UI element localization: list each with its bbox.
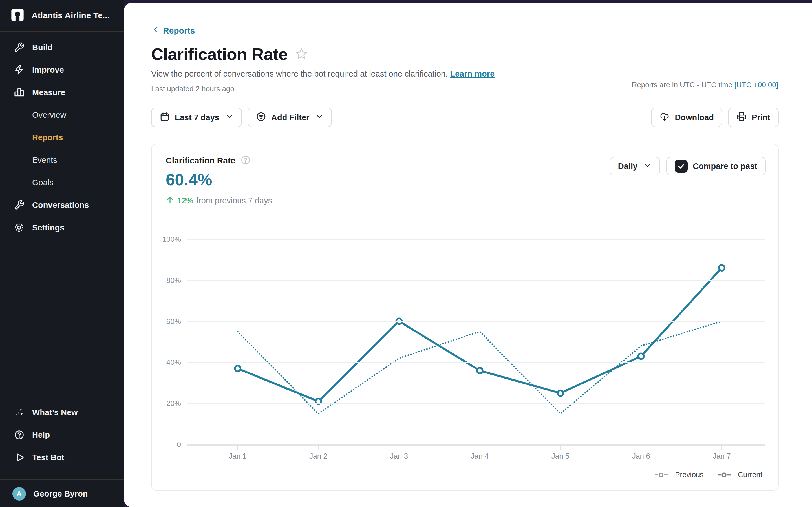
date-range-button[interactable]: Last 7 days <box>151 108 242 127</box>
filter-toolbar: Last 7 days Add Filter <box>151 108 332 127</box>
wrench-icon <box>13 42 25 53</box>
interval-label: Daily <box>618 162 638 171</box>
y-tick-label: 20% <box>156 399 181 408</box>
y-tick-label: 80% <box>156 276 181 285</box>
chevron-down-icon <box>644 161 652 171</box>
legend-previous[interactable]: Previous <box>654 470 703 479</box>
data-point-current[interactable] <box>719 265 725 271</box>
print-button[interactable]: Print <box>728 108 779 127</box>
play-icon <box>13 452 25 463</box>
user-menu[interactable]: A George Byron <box>0 481 137 507</box>
sidebar-item-goals[interactable]: Goals <box>0 171 124 194</box>
calendar-icon <box>160 112 170 124</box>
sidebar-divider <box>0 31 124 32</box>
bar-chart-icon <box>13 87 25 98</box>
sidebar-item-label: Events <box>32 156 57 165</box>
chart-y-labels: 100%80%60%40%20%0 <box>156 144 181 490</box>
x-tick-mark <box>560 445 561 450</box>
y-tick-label: 0 <box>156 440 181 449</box>
data-point-current[interactable] <box>477 368 483 374</box>
sidebar-item-label: Conversations <box>32 201 89 210</box>
question-circle-icon[interactable] <box>241 155 251 166</box>
sidebar-item-settings[interactable]: Settings <box>0 216 124 239</box>
chevron-down-icon <box>225 113 234 122</box>
x-tick-label: Jan 6 <box>619 452 664 460</box>
page-title: Clarification Rate <box>151 45 288 64</box>
chart-legend: Previous Current <box>654 470 762 479</box>
legend-label: Previous <box>675 470 703 479</box>
sidebar-item-label: Reports <box>32 133 63 142</box>
sidebar-item-label: Test Bot <box>32 453 64 462</box>
x-tick-label: Jan 5 <box>538 452 583 460</box>
sidebar-footer: What’s New Help Test Bot <box>0 401 124 469</box>
x-tick-label: Jan 7 <box>699 452 744 460</box>
sidebar-item-label: Measure <box>32 88 65 97</box>
star-icon[interactable] <box>295 47 308 61</box>
data-point-current[interactable] <box>235 365 241 371</box>
last-updated: Last updated 2 hours ago <box>151 84 234 93</box>
sidebar-item-reports[interactable]: Reports <box>0 126 124 149</box>
user-name: George Byron <box>33 489 88 499</box>
legend-current[interactable]: Current <box>717 470 762 479</box>
add-filter-button[interactable]: Add Filter <box>248 108 332 127</box>
chart-plot <box>187 229 765 454</box>
sidebar-item-improve[interactable]: Improve <box>0 59 124 81</box>
page-description: View the percent of conversations where … <box>151 69 495 78</box>
conversations-icon <box>13 200 25 211</box>
y-tick-label: 60% <box>156 317 181 326</box>
chevron-left-icon <box>151 25 160 36</box>
y-tick-label: 40% <box>156 358 181 367</box>
y-tick-label: 100% <box>156 235 181 244</box>
chart-area <box>187 229 765 454</box>
sidebar-item-whats-new[interactable]: What’s New <box>0 401 124 424</box>
gridline <box>187 321 765 322</box>
back-link[interactable]: Reports <box>151 25 195 36</box>
avatar: A <box>12 487 26 501</box>
series-line-current <box>238 268 722 401</box>
learn-more-link[interactable]: Learn more <box>450 69 495 78</box>
sidebar-item-label: Goals <box>32 178 54 187</box>
x-tick-label: Jan 1 <box>215 452 260 460</box>
sidebar-item-label: What’s New <box>32 408 78 417</box>
interval-dropdown[interactable]: Daily <box>610 157 660 175</box>
compare-to-past-toggle[interactable]: Compare to past <box>666 157 766 175</box>
x-tick-mark <box>399 445 399 450</box>
legend-label: Current <box>738 470 762 479</box>
workspace-switcher[interactable]: Atlantis Airline Te... <box>0 0 124 31</box>
x-tick-label: Jan 3 <box>376 452 421 460</box>
sidebar-item-conversations[interactable]: Conversations <box>0 194 124 216</box>
timezone-link[interactable]: [UTC +00:00] <box>734 80 778 89</box>
x-axis-line <box>187 445 765 446</box>
download-button[interactable]: Download <box>651 108 722 127</box>
filter-icon <box>256 112 266 124</box>
sparkles-icon <box>13 407 25 418</box>
compare-label: Compare to past <box>693 162 757 171</box>
metric-delta: 12% from previous 7 days <box>166 195 272 206</box>
checkbox-checked-icon <box>675 160 688 173</box>
sidebar-item-test-bot[interactable]: Test Bot <box>0 446 124 469</box>
sidebar-item-overview[interactable]: Overview <box>0 104 124 126</box>
sidebar-item-label: Build <box>32 43 53 52</box>
export-actions: Download Print <box>651 108 779 127</box>
sidebar-item-events[interactable]: Events <box>0 149 124 171</box>
x-tick-label: Jan 4 <box>457 452 502 460</box>
sidebar-item-build[interactable]: Build <box>0 36 124 59</box>
download-label: Download <box>675 113 714 122</box>
gear-icon <box>13 222 25 233</box>
sidebar-item-label: Overview <box>32 110 66 120</box>
lightning-icon <box>13 64 25 75</box>
timezone-note: Reports are in UTC - UTC time [UTC +00:0… <box>632 80 778 89</box>
sidebar-item-help[interactable]: Help <box>0 424 124 446</box>
sidebar-item-label: Help <box>32 431 50 440</box>
back-link-label: Reports <box>163 26 195 36</box>
data-point-current[interactable] <box>638 353 644 359</box>
data-point-current[interactable] <box>558 390 563 396</box>
title-row: Clarification Rate <box>151 45 308 64</box>
sidebar-item-measure[interactable]: Measure <box>0 81 124 104</box>
app-root: Atlantis Airline Te... Build Improve M <box>0 0 812 507</box>
x-tick-mark <box>721 445 722 450</box>
workspace-name: Atlantis Airline Te... <box>32 11 110 20</box>
legend-previous-marker <box>654 471 670 478</box>
metric-card: Clarification Rate 60.4% 12% from previo… <box>151 144 779 491</box>
sidebar-footer-divider <box>0 480 124 480</box>
